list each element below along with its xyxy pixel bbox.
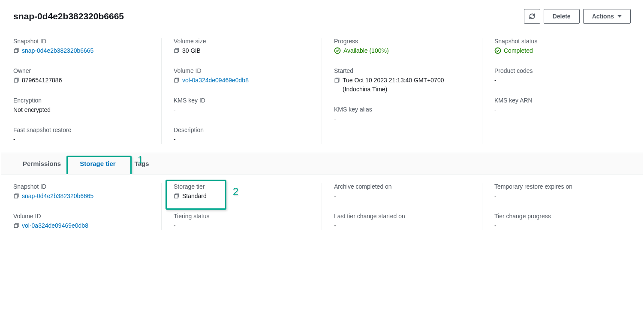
fsr-value: - bbox=[13, 135, 15, 144]
actions-label: Actions bbox=[592, 13, 614, 20]
kms-key-arn-label: KMS key ARN bbox=[494, 97, 631, 104]
snapshot-detail-panel: snap-0d4e2b382320b6665 Delete Actions Sn… bbox=[1, 1, 643, 239]
tier-snapshot-id-label: Snapshot ID bbox=[13, 183, 150, 190]
tier-col-1: Snapshot ID snap-0d4e2b382320b6665 Volum… bbox=[1, 175, 162, 239]
kms-key-id-label: KMS key ID bbox=[174, 97, 310, 104]
last-tier-change-label: Last tier change started on bbox=[334, 213, 470, 220]
description-value: - bbox=[174, 135, 176, 144]
tiering-status-value: - bbox=[174, 221, 176, 230]
owner-label: Owner bbox=[13, 67, 150, 74]
tabs: Permissions Storage tier Tags bbox=[13, 153, 631, 174]
check-circle-icon bbox=[494, 47, 501, 54]
status-label: Snapshot status bbox=[494, 38, 631, 45]
copy-icon[interactable] bbox=[174, 193, 180, 199]
tiering-status-label: Tiering status bbox=[174, 213, 310, 220]
tier-volume-id-value[interactable]: vol-0a324de09469e0db8 bbox=[22, 221, 88, 230]
details-col-2: Volume size 30 GiB Volume ID vol-0a324de… bbox=[162, 29, 322, 153]
volume-size-value: 30 GiB bbox=[182, 46, 201, 55]
header-actions: Delete Actions bbox=[524, 9, 631, 24]
tier-progress-value: - bbox=[494, 221, 497, 230]
kms-key-id-value: - bbox=[174, 105, 176, 114]
storage-tier-label: Storage tier bbox=[174, 183, 310, 190]
actions-dropdown-button[interactable]: Actions bbox=[583, 9, 631, 24]
details-col-1: Snapshot ID snap-0d4e2b382320b6665 Owner… bbox=[1, 29, 162, 153]
tier-volume-id-label: Volume ID bbox=[13, 213, 150, 220]
started-value: Tue Oct 10 2023 21:13:40 GMT+0700 (Indoc… bbox=[343, 76, 470, 94]
progress-label: Progress bbox=[334, 38, 470, 45]
copy-icon[interactable] bbox=[174, 77, 180, 83]
encryption-label: Encryption bbox=[13, 97, 150, 104]
description-label: Description bbox=[174, 126, 310, 133]
tabs-area: Permissions Storage tier Tags 1 bbox=[1, 153, 643, 174]
volume-id-label: Volume ID bbox=[174, 67, 310, 74]
kms-key-alias-label: KMS key alias bbox=[334, 106, 470, 113]
storage-tier-value: Standard bbox=[182, 192, 207, 201]
snapshot-id-value[interactable]: snap-0d4e2b382320b6665 bbox=[22, 46, 93, 55]
details-col-4: Snapshot status Completed Product codes … bbox=[482, 29, 643, 153]
product-codes-value: - bbox=[494, 76, 497, 85]
tier-col-4: Temporary restore expires on - Tier chan… bbox=[482, 175, 643, 239]
caret-down-icon bbox=[617, 15, 622, 18]
kms-key-arn-value: - bbox=[494, 105, 497, 114]
tab-permissions[interactable]: Permissions bbox=[13, 153, 70, 174]
copy-icon[interactable] bbox=[174, 48, 180, 54]
delete-button[interactable]: Delete bbox=[544, 9, 580, 24]
tier-col-3: Archive completed on - Last tier change … bbox=[322, 175, 482, 239]
archive-completed-value: - bbox=[334, 192, 336, 201]
owner-value: 879654127886 bbox=[22, 76, 62, 85]
copy-icon[interactable] bbox=[13, 223, 19, 229]
storage-tier-panel: Snapshot ID snap-0d4e2b382320b6665 Volum… bbox=[1, 174, 643, 239]
check-circle-icon bbox=[334, 47, 341, 54]
started-label: Started bbox=[334, 67, 470, 74]
kms-key-alias-value: - bbox=[334, 114, 336, 123]
volume-id-value[interactable]: vol-0a324de09469e0db8 bbox=[182, 76, 249, 85]
progress-value: Available (100%) bbox=[343, 46, 389, 55]
page-title: snap-0d4e2b382320b6665 bbox=[13, 11, 124, 21]
tab-tags[interactable]: Tags bbox=[125, 153, 159, 174]
tier-progress-label: Tier change progress bbox=[494, 213, 631, 220]
copy-icon[interactable] bbox=[13, 77, 19, 83]
last-tier-change-value: - bbox=[334, 221, 336, 230]
product-codes-label: Product codes bbox=[494, 67, 631, 74]
refresh-icon bbox=[529, 13, 536, 20]
fsr-label: Fast snapshot restore bbox=[13, 126, 150, 133]
volume-size-label: Volume size bbox=[174, 38, 310, 45]
details-grid: Snapshot ID snap-0d4e2b382320b6665 Owner… bbox=[1, 29, 643, 153]
archive-completed-label: Archive completed on bbox=[334, 183, 470, 190]
copy-icon[interactable] bbox=[13, 48, 19, 54]
restore-expires-label: Temporary restore expires on bbox=[494, 183, 631, 190]
details-col-3: Progress Available (100%) Started Tue Oc… bbox=[322, 29, 482, 153]
restore-expires-value: - bbox=[494, 192, 497, 201]
panel-header: snap-0d4e2b382320b6665 Delete Actions bbox=[1, 1, 643, 29]
refresh-button[interactable] bbox=[524, 9, 540, 24]
tier-snapshot-id-value[interactable]: snap-0d4e2b382320b6665 bbox=[22, 192, 93, 201]
tier-col-2: Storage tier Standard Tiering status - bbox=[162, 175, 322, 239]
snapshot-id-label: Snapshot ID bbox=[13, 38, 150, 45]
tab-storage-tier[interactable]: Storage tier bbox=[70, 153, 125, 174]
status-value: Completed bbox=[504, 46, 533, 55]
encryption-value: Not encrypted bbox=[13, 105, 51, 114]
copy-icon[interactable] bbox=[13, 193, 19, 199]
copy-icon[interactable] bbox=[334, 77, 340, 83]
